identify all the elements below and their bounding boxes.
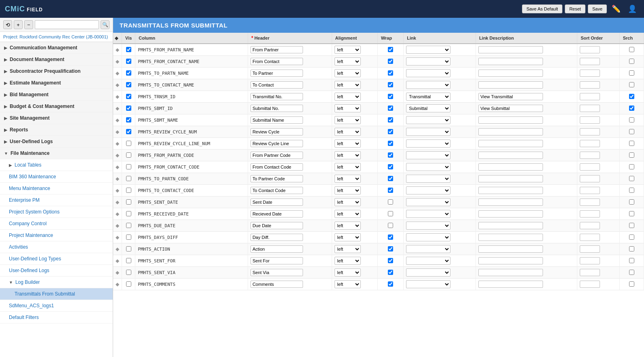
- link-desc-input[interactable]: [478, 81, 543, 89]
- alignment-select[interactable]: leftcenterright: [335, 222, 361, 230]
- sidebar-item-bid[interactable]: ▶Bid Management: [0, 89, 113, 101]
- srch-checkbox[interactable]: [629, 258, 634, 263]
- wrap-checkbox[interactable]: [388, 70, 393, 76]
- sidebar-item-logbuilder[interactable]: ▼Log Builder: [0, 277, 113, 288]
- vis-checkbox[interactable]: [126, 141, 131, 146]
- link-desc-input[interactable]: [478, 140, 543, 147]
- drag-handle[interactable]: ◆: [113, 56, 122, 68]
- sidebar-item-projsysopts[interactable]: Project System Options: [0, 206, 113, 218]
- drag-handle[interactable]: ◆: [113, 161, 122, 173]
- drag-handle[interactable]: ◆: [113, 150, 122, 161]
- link-desc-input[interactable]: [478, 245, 543, 253]
- alignment-select[interactable]: leftcenterright: [335, 81, 361, 89]
- drag-handle[interactable]: ◆: [113, 114, 122, 126]
- vis-checkbox[interactable]: [126, 82, 131, 87]
- srch-checkbox[interactable]: [629, 70, 634, 76]
- alignment-select[interactable]: leftcenterright: [335, 128, 361, 136]
- reset-button[interactable]: Reset: [565, 4, 585, 13]
- sort-order-input[interactable]: [580, 175, 600, 182]
- sort-order-input[interactable]: [580, 222, 600, 229]
- sidebar-item-filemaint[interactable]: ▼File Maintenance: [0, 148, 113, 159]
- drag-handle[interactable]: ◆: [113, 185, 122, 196]
- drag-handle[interactable]: ◆: [113, 220, 122, 232]
- srch-checkbox[interactable]: [629, 152, 634, 158]
- srch-checkbox[interactable]: [629, 164, 634, 169]
- wrap-checkbox[interactable]: [388, 82, 393, 87]
- header-input[interactable]: [250, 281, 303, 288]
- alignment-select[interactable]: leftcenterright: [335, 210, 361, 218]
- sort-order-input[interactable]: [580, 269, 600, 276]
- link-desc-input[interactable]: [478, 175, 543, 182]
- srch-checkbox[interactable]: [629, 82, 634, 87]
- srch-checkbox[interactable]: [629, 234, 634, 240]
- vis-checkbox[interactable]: [126, 129, 131, 134]
- link-select[interactable]: TransmittalSubmittal: [406, 139, 450, 148]
- sort-order-input[interactable]: [580, 234, 600, 241]
- link-select[interactable]: TransmittalSubmittal: [406, 104, 450, 112]
- sidebar-item-localtables[interactable]: ▶Local Tables: [0, 159, 113, 171]
- alignment-select[interactable]: leftcenterright: [335, 198, 361, 206]
- sidebar-item-comm[interactable]: ▶Communication Management: [0, 42, 113, 54]
- header-input[interactable]: [250, 140, 303, 147]
- sidebar-item-bim360[interactable]: BIM 360 Maintenance: [0, 171, 113, 183]
- alignment-select[interactable]: leftcenterright: [335, 57, 361, 65]
- srch-checkbox[interactable]: [629, 129, 634, 134]
- link-desc-input[interactable]: [478, 163, 543, 171]
- sidebar-item-projmaint[interactable]: Project Maintenance: [0, 230, 113, 241]
- alignment-select[interactable]: leftcenterright: [335, 280, 361, 288]
- sidebar-item-sub[interactable]: ▶Subcontractor Prequalification: [0, 65, 113, 77]
- header-input[interactable]: [250, 175, 303, 182]
- wrap-checkbox[interactable]: [388, 199, 393, 205]
- srch-checkbox[interactable]: [629, 246, 634, 251]
- wrap-checkbox[interactable]: [388, 270, 393, 275]
- alignment-select[interactable]: leftcenterright: [335, 163, 361, 171]
- drag-handle[interactable]: ◆: [113, 279, 122, 290]
- link-select[interactable]: TransmittalSubmittal: [406, 46, 450, 54]
- vis-checkbox[interactable]: [126, 188, 131, 193]
- wrap-checkbox[interactable]: [388, 94, 393, 99]
- wrap-checkbox[interactable]: [388, 258, 393, 263]
- alignment-select[interactable]: leftcenterright: [335, 175, 361, 183]
- wrap-checkbox[interactable]: [388, 188, 393, 193]
- link-desc-input[interactable]: [478, 281, 543, 288]
- alignment-select[interactable]: leftcenterright: [335, 245, 361, 253]
- srch-checkbox[interactable]: [629, 47, 634, 52]
- header-input[interactable]: [250, 187, 303, 194]
- sidebar-item-budget[interactable]: ▶Budget & Cost Management: [0, 101, 113, 112]
- save-as-default-button[interactable]: Save As Default: [522, 4, 562, 13]
- drag-handle[interactable]: ◆: [113, 68, 122, 79]
- wrap-checkbox[interactable]: [388, 234, 393, 240]
- link-desc-input[interactable]: [478, 93, 543, 100]
- vis-checkbox[interactable]: [126, 234, 131, 240]
- nav-add-button[interactable]: +: [14, 20, 23, 29]
- sort-order-input[interactable]: [580, 187, 600, 194]
- link-select[interactable]: TransmittalSubmittal: [406, 93, 450, 101]
- vis-checkbox[interactable]: [126, 270, 131, 275]
- wrap-checkbox[interactable]: [388, 211, 393, 216]
- link-desc-input[interactable]: [478, 105, 543, 112]
- srch-checkbox[interactable]: [629, 211, 634, 216]
- wrap-checkbox[interactable]: [388, 223, 393, 228]
- sort-order-input[interactable]: [580, 70, 600, 77]
- drag-handle[interactable]: ◆: [113, 267, 122, 279]
- sort-order-input[interactable]: [580, 58, 600, 65]
- sort-order-input[interactable]: [580, 116, 600, 124]
- sidebar-item-activities[interactable]: Activities: [0, 241, 113, 253]
- drag-handle[interactable]: ◆: [113, 232, 122, 243]
- table-container[interactable]: ◆ Vis Column * Header Alignment Wrap Lin…: [113, 33, 644, 357]
- sidebar-item-site[interactable]: ▶Site Management: [0, 112, 113, 124]
- link-select[interactable]: TransmittalSubmittal: [406, 257, 450, 265]
- drag-handle[interactable]: ◆: [113, 208, 122, 220]
- link-select[interactable]: TransmittalSubmittal: [406, 116, 450, 124]
- drag-handle[interactable]: ◆: [113, 173, 122, 185]
- header-input[interactable]: [250, 257, 303, 264]
- header-input[interactable]: [250, 70, 303, 77]
- wrap-checkbox[interactable]: [388, 164, 393, 169]
- link-desc-input[interactable]: [478, 116, 543, 124]
- link-select[interactable]: TransmittalSubmittal: [406, 198, 450, 206]
- alignment-select[interactable]: leftcenterright: [335, 268, 361, 277]
- srch-checkbox[interactable]: [629, 188, 634, 193]
- alignment-select[interactable]: leftcenterright: [335, 104, 361, 112]
- sort-order-input[interactable]: [580, 163, 600, 171]
- drag-handle[interactable]: ◆: [113, 103, 122, 114]
